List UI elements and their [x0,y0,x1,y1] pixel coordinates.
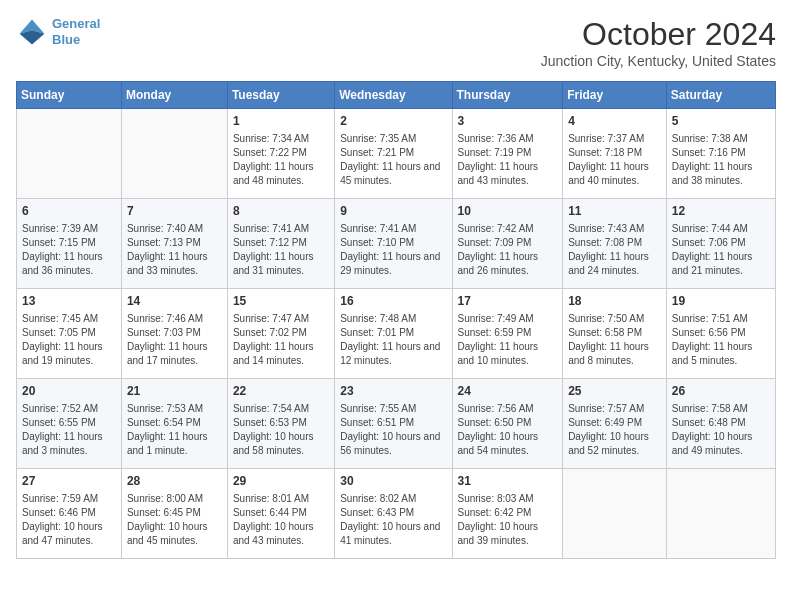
day-number: 19 [672,293,770,310]
calendar-cell: 12Sunrise: 7:44 AMSunset: 7:06 PMDayligh… [666,199,775,289]
day-info: Sunrise: 7:39 AMSunset: 7:15 PMDaylight:… [22,222,116,278]
title-block: October 2024 Junction City, Kentucky, Un… [541,16,776,69]
calendar-cell: 3Sunrise: 7:36 AMSunset: 7:19 PMDaylight… [452,109,563,199]
day-info: Sunrise: 7:55 AMSunset: 6:51 PMDaylight:… [340,402,446,458]
calendar-cell: 18Sunrise: 7:50 AMSunset: 6:58 PMDayligh… [563,289,667,379]
day-info: Sunrise: 7:41 AMSunset: 7:10 PMDaylight:… [340,222,446,278]
day-info: Sunrise: 7:35 AMSunset: 7:21 PMDaylight:… [340,132,446,188]
calendar-cell: 21Sunrise: 7:53 AMSunset: 6:54 PMDayligh… [121,379,227,469]
calendar-body: 1Sunrise: 7:34 AMSunset: 7:22 PMDaylight… [17,109,776,559]
day-number: 20 [22,383,116,400]
calendar-cell: 17Sunrise: 7:49 AMSunset: 6:59 PMDayligh… [452,289,563,379]
day-number: 10 [458,203,558,220]
calendar-cell: 27Sunrise: 7:59 AMSunset: 6:46 PMDayligh… [17,469,122,559]
page-header: General Blue October 2024 Junction City,… [16,16,776,69]
day-number: 12 [672,203,770,220]
calendar-cell [666,469,775,559]
calendar-cell [563,469,667,559]
day-header-friday: Friday [563,82,667,109]
day-number: 1 [233,113,329,130]
calendar-cell: 13Sunrise: 7:45 AMSunset: 7:05 PMDayligh… [17,289,122,379]
day-number: 14 [127,293,222,310]
day-info: Sunrise: 7:48 AMSunset: 7:01 PMDaylight:… [340,312,446,368]
day-info: Sunrise: 7:51 AMSunset: 6:56 PMDaylight:… [672,312,770,368]
calendar-cell: 9Sunrise: 7:41 AMSunset: 7:10 PMDaylight… [335,199,452,289]
logo-icon [16,16,48,48]
day-number: 29 [233,473,329,490]
calendar-cell: 1Sunrise: 7:34 AMSunset: 7:22 PMDaylight… [227,109,334,199]
day-info: Sunrise: 8:01 AMSunset: 6:44 PMDaylight:… [233,492,329,548]
calendar-cell: 11Sunrise: 7:43 AMSunset: 7:08 PMDayligh… [563,199,667,289]
calendar-cell: 6Sunrise: 7:39 AMSunset: 7:15 PMDaylight… [17,199,122,289]
day-info: Sunrise: 7:37 AMSunset: 7:18 PMDaylight:… [568,132,661,188]
calendar-cell: 19Sunrise: 7:51 AMSunset: 6:56 PMDayligh… [666,289,775,379]
calendar-cell [121,109,227,199]
day-number: 21 [127,383,222,400]
day-info: Sunrise: 7:58 AMSunset: 6:48 PMDaylight:… [672,402,770,458]
day-number: 3 [458,113,558,130]
day-number: 16 [340,293,446,310]
calendar-cell: 16Sunrise: 7:48 AMSunset: 7:01 PMDayligh… [335,289,452,379]
calendar-cell: 20Sunrise: 7:52 AMSunset: 6:55 PMDayligh… [17,379,122,469]
calendar-cell: 31Sunrise: 8:03 AMSunset: 6:42 PMDayligh… [452,469,563,559]
calendar-week-row: 13Sunrise: 7:45 AMSunset: 7:05 PMDayligh… [17,289,776,379]
day-info: Sunrise: 7:59 AMSunset: 6:46 PMDaylight:… [22,492,116,548]
calendar-cell: 30Sunrise: 8:02 AMSunset: 6:43 PMDayligh… [335,469,452,559]
calendar-cell: 28Sunrise: 8:00 AMSunset: 6:45 PMDayligh… [121,469,227,559]
calendar-cell: 10Sunrise: 7:42 AMSunset: 7:09 PMDayligh… [452,199,563,289]
calendar-cell [17,109,122,199]
day-info: Sunrise: 7:40 AMSunset: 7:13 PMDaylight:… [127,222,222,278]
day-info: Sunrise: 7:50 AMSunset: 6:58 PMDaylight:… [568,312,661,368]
day-number: 17 [458,293,558,310]
day-info: Sunrise: 7:54 AMSunset: 6:53 PMDaylight:… [233,402,329,458]
location-subtitle: Junction City, Kentucky, United States [541,53,776,69]
calendar-cell: 15Sunrise: 7:47 AMSunset: 7:02 PMDayligh… [227,289,334,379]
calendar-week-row: 20Sunrise: 7:52 AMSunset: 6:55 PMDayligh… [17,379,776,469]
day-number: 4 [568,113,661,130]
calendar-week-row: 1Sunrise: 7:34 AMSunset: 7:22 PMDaylight… [17,109,776,199]
day-number: 6 [22,203,116,220]
day-number: 5 [672,113,770,130]
day-number: 31 [458,473,558,490]
day-number: 9 [340,203,446,220]
calendar-cell: 14Sunrise: 7:46 AMSunset: 7:03 PMDayligh… [121,289,227,379]
day-header-thursday: Thursday [452,82,563,109]
day-info: Sunrise: 7:49 AMSunset: 6:59 PMDaylight:… [458,312,558,368]
day-number: 13 [22,293,116,310]
day-header-monday: Monday [121,82,227,109]
day-header-sunday: Sunday [17,82,122,109]
day-info: Sunrise: 7:45 AMSunset: 7:05 PMDaylight:… [22,312,116,368]
day-info: Sunrise: 7:36 AMSunset: 7:19 PMDaylight:… [458,132,558,188]
day-number: 27 [22,473,116,490]
day-info: Sunrise: 7:41 AMSunset: 7:12 PMDaylight:… [233,222,329,278]
logo: General Blue [16,16,100,48]
calendar-cell: 4Sunrise: 7:37 AMSunset: 7:18 PMDaylight… [563,109,667,199]
calendar-cell: 24Sunrise: 7:56 AMSunset: 6:50 PMDayligh… [452,379,563,469]
day-number: 15 [233,293,329,310]
day-info: Sunrise: 7:38 AMSunset: 7:16 PMDaylight:… [672,132,770,188]
day-number: 18 [568,293,661,310]
day-number: 26 [672,383,770,400]
logo-line1: General [52,16,100,31]
day-number: 24 [458,383,558,400]
calendar-cell: 25Sunrise: 7:57 AMSunset: 6:49 PMDayligh… [563,379,667,469]
day-info: Sunrise: 8:02 AMSunset: 6:43 PMDaylight:… [340,492,446,548]
day-info: Sunrise: 7:46 AMSunset: 7:03 PMDaylight:… [127,312,222,368]
day-number: 8 [233,203,329,220]
day-info: Sunrise: 7:56 AMSunset: 6:50 PMDaylight:… [458,402,558,458]
day-number: 7 [127,203,222,220]
calendar-cell: 5Sunrise: 7:38 AMSunset: 7:16 PMDaylight… [666,109,775,199]
day-number: 22 [233,383,329,400]
day-info: Sunrise: 7:52 AMSunset: 6:55 PMDaylight:… [22,402,116,458]
day-info: Sunrise: 7:44 AMSunset: 7:06 PMDaylight:… [672,222,770,278]
day-info: Sunrise: 7:34 AMSunset: 7:22 PMDaylight:… [233,132,329,188]
calendar-week-row: 27Sunrise: 7:59 AMSunset: 6:46 PMDayligh… [17,469,776,559]
day-info: Sunrise: 7:43 AMSunset: 7:08 PMDaylight:… [568,222,661,278]
day-info: Sunrise: 8:03 AMSunset: 6:42 PMDaylight:… [458,492,558,548]
calendar-week-row: 6Sunrise: 7:39 AMSunset: 7:15 PMDaylight… [17,199,776,289]
day-info: Sunrise: 7:53 AMSunset: 6:54 PMDaylight:… [127,402,222,458]
month-title: October 2024 [541,16,776,53]
day-header-saturday: Saturday [666,82,775,109]
day-header-tuesday: Tuesday [227,82,334,109]
logo-line2: Blue [52,32,80,47]
